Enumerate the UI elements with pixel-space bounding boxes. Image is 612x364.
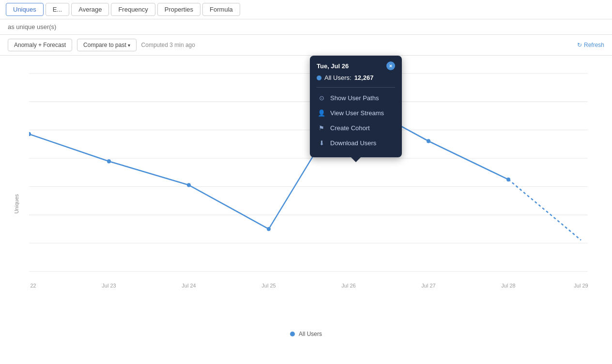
tooltip-date: Tue, Jul 26 xyxy=(317,62,349,70)
download-users-label: Download Users xyxy=(330,139,376,147)
computed-text: Computed 3 min ago xyxy=(141,42,572,48)
subtitle-bar: as unique user(s) xyxy=(0,19,612,35)
compare-to-past-button[interactable]: Compare to past xyxy=(77,39,137,51)
cohort-icon: ⚑ xyxy=(318,124,325,132)
legend-dot xyxy=(290,332,295,336)
tooltip-header: Tue, Jul 26 × xyxy=(317,61,395,70)
chart-legend: All Users xyxy=(0,327,612,345)
download-icon: ⬇ xyxy=(318,139,325,147)
svg-text:Jul 29: Jul 29 xyxy=(574,283,588,288)
svg-point-25 xyxy=(29,132,31,136)
svg-point-27 xyxy=(187,183,191,187)
svg-text:Jul 26: Jul 26 xyxy=(341,283,355,288)
anomaly-forecast-button[interactable]: Anomaly + Forecast xyxy=(8,39,72,51)
tooltip-dot xyxy=(317,76,321,80)
tooltip-close-button[interactable]: × xyxy=(386,61,395,70)
show-user-paths-item[interactable]: ⊙ Show User Paths xyxy=(317,91,395,106)
svg-text:Jul 25: Jul 25 xyxy=(261,283,275,288)
view-user-streams-item[interactable]: 👤 View User Streams xyxy=(317,106,395,121)
tab-properties[interactable]: Properties xyxy=(157,3,200,16)
refresh-button[interactable]: ↻ Refresh xyxy=(577,42,604,48)
svg-text:Jul 28: Jul 28 xyxy=(501,283,515,288)
tab-engagement[interactable]: E... xyxy=(46,3,70,16)
toolbar: Anomaly + Forecast Compare to past Compu… xyxy=(0,35,612,56)
create-cohort-label: Create Cohort xyxy=(330,124,370,132)
create-cohort-item[interactable]: ⚑ Create Cohort xyxy=(317,121,395,136)
tooltip-popup: Tue, Jul 26 × All Users: 12,267 ⊙ Show U… xyxy=(310,56,402,157)
refresh-label: Refresh xyxy=(584,42,604,48)
tooltip-users-label: All Users: xyxy=(324,74,352,81)
svg-point-30 xyxy=(427,139,430,143)
svg-point-26 xyxy=(107,159,111,163)
view-user-streams-label: View User Streams xyxy=(330,109,384,117)
svg-text:Jul 22: Jul 22 xyxy=(29,283,36,288)
tab-formula[interactable]: Formula xyxy=(202,3,240,16)
subtitle-text: as unique user(s) xyxy=(8,23,56,30)
svg-line-24 xyxy=(508,180,581,240)
svg-text:Jul 23: Jul 23 xyxy=(102,283,116,288)
tab-frequency[interactable]: Frequency xyxy=(111,3,155,16)
y-axis-label: Uniques xyxy=(14,194,19,213)
streams-icon: 👤 xyxy=(318,109,325,117)
legend-label: All Users xyxy=(299,331,322,337)
paths-icon: ⊙ xyxy=(318,94,325,102)
svg-text:Jul 24: Jul 24 xyxy=(182,283,196,288)
tab-average[interactable]: Average xyxy=(71,3,109,16)
tooltip-divider xyxy=(317,87,395,88)
chart-svg: 14k 12k 10k 8k 6k 4k 2k 0 Jul 22 Jul 23 … xyxy=(29,65,588,298)
download-users-item[interactable]: ⬇ Download Users xyxy=(317,136,395,151)
svg-point-28 xyxy=(267,227,271,231)
tab-uniques[interactable]: Uniques xyxy=(6,3,44,16)
refresh-icon: ↻ xyxy=(577,42,582,48)
tabs-bar: Uniques E... Average Frequency Propertie… xyxy=(0,0,612,19)
svg-point-31 xyxy=(506,178,510,182)
chart-area: Uniques 14k 12k 10k 8k 6k 4k 2k 0 Jul 22… xyxy=(0,56,612,327)
svg-text:Jul 27: Jul 27 xyxy=(421,283,435,288)
tooltip-users-value: 12,267 xyxy=(354,74,374,81)
show-user-paths-label: Show User Paths xyxy=(330,94,379,102)
tooltip-users-row: All Users: 12,267 xyxy=(317,74,395,81)
